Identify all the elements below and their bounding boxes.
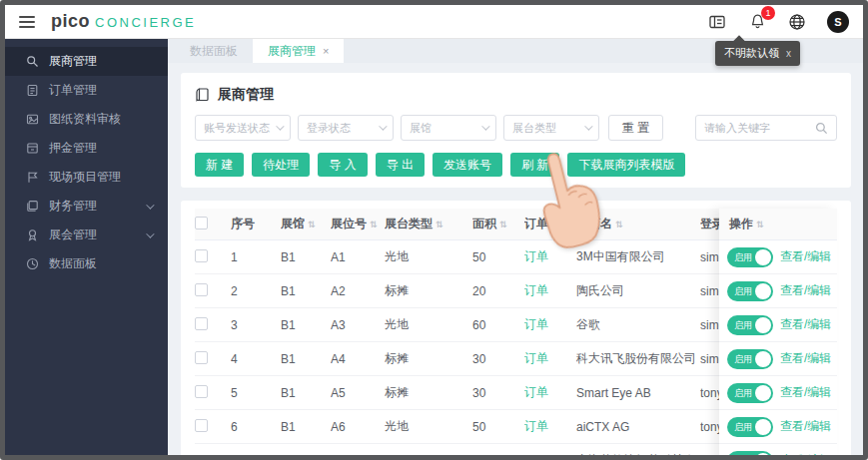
col-header-hall[interactable]: 展馆⇅ (281, 216, 331, 232)
toggle-knob (755, 283, 771, 299)
download-template-button[interactable]: 下载展商列表模版 (567, 153, 685, 177)
logo[interactable]: pico CONCIERGE (51, 11, 196, 32)
cell-type: 标摊 (385, 350, 472, 367)
row-checkbox[interactable] (195, 351, 208, 364)
select-hall[interactable]: 展馆 (401, 115, 496, 141)
operation-cell: 启用 查看/编辑 (719, 376, 837, 410)
tab-close-icon[interactable]: × (323, 45, 329, 57)
view-edit-link[interactable]: 查看/编辑 (780, 384, 831, 401)
toggle-label: 启用 (734, 383, 752, 403)
refresh-button[interactable]: 刷 新 (510, 153, 559, 177)
view-edit-link[interactable]: 查看/编辑 (780, 316, 831, 333)
sort-icon[interactable]: ⇅ (370, 220, 378, 230)
cell-area: 50 (472, 420, 524, 434)
cell-no: 2 (231, 284, 281, 298)
sidebar-item-drawing-review[interactable]: 图纸资料审核 (5, 105, 168, 134)
row-checkbox[interactable] (195, 419, 208, 432)
row-checkbox[interactable] (195, 283, 208, 296)
tab-exhibitor-management[interactable]: 展商管理 × (253, 39, 344, 63)
enable-toggle[interactable]: 启用 (727, 315, 773, 335)
sort-icon[interactable]: ⇅ (435, 220, 443, 230)
view-edit-link[interactable]: 查看/编辑 (780, 282, 831, 299)
send-account-button[interactable]: 发送账号 (433, 153, 502, 177)
enable-toggle[interactable]: 启用 (727, 247, 773, 267)
enable-toggle[interactable]: 启用 (727, 281, 773, 301)
toggle-label: 启用 (734, 315, 752, 335)
claim-form-icon[interactable] (707, 12, 727, 32)
cell-type: 光地 (385, 248, 472, 265)
user-avatar[interactable]: S (827, 11, 849, 33)
exhibitor-table: 序号 展馆⇅ 展位号⇅ 展台类型⇅ 面积⇅ 订单⇅ 展商名⇅ 登录名 1 B1 (195, 209, 837, 455)
select-booth-type[interactable]: 展台类型 (503, 115, 599, 141)
operation-cell: 启用 查看/编辑 (719, 240, 837, 274)
select-all-checkbox[interactable] (195, 217, 208, 230)
language-globe-icon[interactable] (787, 12, 807, 32)
tab-data-dashboard[interactable]: 数据面板 (175, 39, 253, 63)
enable-toggle[interactable]: 启用 (727, 451, 773, 456)
sidebar-label: 订单管理 (49, 82, 97, 99)
sidebar-label: 展会管理 (49, 227, 97, 243)
select-login-status[interactable]: 登录状态 (298, 115, 394, 141)
order-link[interactable]: 订单 (524, 249, 548, 263)
order-link[interactable]: 订单 (524, 351, 548, 365)
col-header-name[interactable]: 展商名⇅ (576, 216, 700, 232)
sort-icon[interactable]: ⇅ (308, 220, 316, 230)
sidebar-label: 展商管理 (49, 53, 97, 70)
new-button[interactable]: 新 建 (195, 153, 244, 177)
cell-hall: B1 (281, 284, 331, 298)
view-edit-link[interactable]: 查看/编辑 (780, 452, 831, 455)
order-link[interactable]: 订单 (524, 283, 548, 297)
order-link[interactable]: 订单 (524, 317, 548, 331)
col-header-order[interactable]: 订单⇅ (524, 216, 576, 232)
sort-icon[interactable]: ⇅ (756, 220, 764, 230)
sidebar-item-order-management[interactable]: 订单管理 (5, 76, 168, 105)
row-checkbox[interactable] (195, 385, 208, 398)
export-button[interactable]: 导 出 (376, 153, 425, 177)
view-edit-link[interactable]: 查看/编辑 (780, 248, 831, 265)
sidebar-item-data-dashboard[interactable]: 数据面板 (5, 249, 168, 278)
notification-bell-icon[interactable]: 1 (747, 12, 767, 32)
enable-toggle[interactable]: 启用 (727, 383, 773, 403)
toggle-knob (755, 351, 771, 367)
sidebar-item-exhibition-management[interactable]: 展会管理 (5, 221, 168, 249)
cell-hall: B1 (281, 250, 331, 264)
keyword-search-box[interactable] (695, 115, 837, 141)
row-checkbox[interactable] (195, 249, 208, 262)
col-header-operation[interactable]: 操作⇅ (719, 209, 837, 240)
enable-toggle[interactable]: 启用 (727, 349, 773, 369)
notification-badge: 1 (761, 6, 775, 20)
tooltip-close-icon[interactable]: x (786, 48, 791, 59)
pending-button[interactable]: 待处理 (252, 153, 310, 177)
reset-button[interactable]: 重 置 (608, 115, 663, 141)
sort-icon[interactable]: ⇅ (551, 220, 559, 230)
toggle-knob (755, 317, 771, 333)
import-button[interactable]: 导 入 (318, 153, 367, 177)
sidebar-item-onsite-project[interactable]: 现场项目管理 (5, 163, 168, 192)
select-account-send-status[interactable]: 账号发送状态 (195, 115, 291, 141)
sidebar-item-finance-management[interactable]: 财务管理 (5, 192, 168, 221)
col-header-area[interactable]: 面积⇅ (472, 216, 524, 232)
app-window: pico CONCIERGE 1 (0, 0, 868, 460)
col-header-type[interactable]: 展台类型⇅ (385, 216, 472, 232)
order-icon (26, 84, 39, 97)
search-icon[interactable] (815, 122, 828, 135)
sort-icon[interactable]: ⇅ (499, 220, 507, 230)
view-edit-link[interactable]: 查看/编辑 (780, 418, 831, 435)
chevron-down-icon (481, 122, 489, 130)
sidebar-item-exhibitor-management[interactable]: 展商管理 (5, 47, 168, 76)
row-checkbox[interactable] (195, 317, 208, 330)
sidebar-item-deposit-management[interactable]: 押金管理 (5, 134, 168, 163)
tab-label: 数据面板 (190, 43, 238, 60)
view-edit-link[interactable]: 查看/编辑 (780, 350, 831, 367)
order-link[interactable]: 订单 (524, 419, 548, 433)
cell-no: 3 (231, 318, 281, 332)
order-link[interactable]: 订单 (524, 385, 548, 399)
col-header-booth[interactable]: 展位号⇅ (331, 216, 385, 232)
hamburger-menu-icon[interactable] (19, 16, 35, 28)
toggle-label: 启用 (734, 349, 752, 369)
toggle-knob (755, 249, 771, 265)
sort-icon[interactable]: ⇅ (615, 220, 623, 230)
search-input[interactable] (704, 122, 815, 134)
enable-toggle[interactable]: 启用 (727, 417, 773, 437)
chevron-down-icon (146, 201, 154, 209)
